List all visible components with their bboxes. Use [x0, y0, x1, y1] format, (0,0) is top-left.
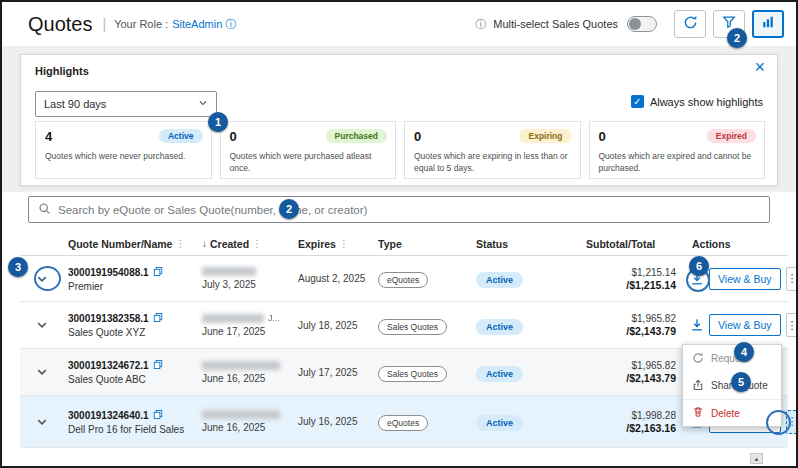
expires-date: July 17, 2025 [290, 367, 370, 378]
row-kebab-menu-button[interactable]: ⋮ [786, 313, 798, 337]
card-description: Quotes which are expiring in less than o… [414, 151, 571, 175]
callout-5-share: 5 [731, 372, 751, 392]
status-badge: Active [476, 319, 523, 335]
role-value: SiteAdmin [172, 18, 222, 30]
copy-icon[interactable] [153, 312, 163, 325]
expand-row-chevron[interactable] [20, 319, 64, 331]
callout-6-download: 6 [689, 256, 709, 276]
table-row: 3000191324672.1 Sales Quote ABC June 16,… [20, 349, 788, 396]
expires-date: July 16, 2025 [290, 416, 370, 427]
callout-3-expand: 3 [8, 257, 28, 277]
expand-row-chevron[interactable] [20, 366, 64, 378]
menu-item-delete[interactable]: Delete [683, 399, 781, 426]
card-active: 4 Active Quotes which were never purchas… [35, 121, 212, 179]
expand-row-chevron[interactable] [20, 273, 64, 285]
menu-item-label: Delete [711, 408, 740, 419]
created-date: July 3, 2025 [202, 279, 256, 290]
subtotal-value: $1,965.82 [568, 313, 676, 324]
status-badge: Expiring [519, 129, 571, 143]
created-date: June 16, 2025 [202, 373, 265, 384]
download-icon[interactable] [690, 318, 704, 332]
column-menu-icon[interactable]: ⋮ [252, 238, 262, 249]
view-buy-button[interactable]: View & Buy [709, 314, 781, 336]
copy-icon[interactable] [153, 359, 163, 372]
menu-item-requote[interactable]: Requote [683, 345, 781, 372]
chevron-down-icon [198, 98, 208, 110]
table-row: 3000191324640.1 Dell Pro 16 for Field Sa… [20, 396, 788, 448]
app-window: Quotes | Your Role : SiteAdmin ⓘ ⓘ Multi… [0, 0, 798, 468]
highlight-cards: 4 Active Quotes which were never purchas… [35, 121, 765, 179]
requote-icon [692, 352, 704, 366]
table-row: 3000191382358.1 Sales Quote XYZ J...June… [20, 302, 788, 349]
redacted-creator [202, 410, 280, 419]
always-show-option: ✓ Always show highlights [631, 95, 763, 108]
column-menu-icon[interactable]: ⋮ [175, 238, 185, 249]
role-label: Your Role : [114, 18, 168, 30]
toggle-knob [629, 18, 641, 30]
refresh-button[interactable] [674, 10, 706, 38]
callout-2-search: 2 [279, 199, 299, 219]
status-badge: Purchased [326, 129, 387, 143]
column-header-expires[interactable]: Expires [298, 238, 336, 250]
quote-number: 3000191324640.1 [68, 410, 149, 421]
status-badge: Active [476, 415, 523, 431]
quotes-table: Quote Number/Name⋮ ↓Created⋮ Expires⋮ Ty… [20, 232, 788, 466]
total-value: /$2,143.79 [568, 372, 676, 384]
copy-icon[interactable] [153, 409, 163, 422]
expand-row-chevron[interactable] [20, 416, 64, 428]
quote-name: Sales Quote XYZ [68, 327, 194, 338]
quote-name: Sales Quote ABC [68, 374, 194, 385]
callout-2-filter: 2 [727, 28, 747, 48]
quote-name: Dell Pro 16 for Field Sales [68, 424, 194, 435]
search-icon [38, 201, 51, 219]
column-menu-icon[interactable]: ⋮ [339, 238, 349, 249]
share-icon [692, 379, 704, 393]
sort-desc-icon[interactable]: ↓ [202, 238, 207, 249]
period-select[interactable]: Last 90 days [35, 91, 217, 117]
expires-date: August 2, 2025 [290, 273, 370, 284]
callout-1-highlights: 1 [208, 112, 228, 132]
multiselect-info-icon[interactable]: ⓘ [475, 17, 486, 32]
callout-4-requote: 4 [734, 342, 754, 362]
redacted-creator [202, 361, 280, 370]
highlights-chart-button[interactable] [752, 10, 784, 38]
bar-chart-icon [761, 15, 775, 33]
search-bar [28, 196, 770, 223]
always-show-checkbox[interactable]: ✓ [631, 95, 644, 108]
refresh-icon [683, 15, 698, 34]
type-badge: eQuotes [378, 272, 428, 288]
card-description: Quotes which were never purchased. [45, 151, 202, 163]
highlights-panel: Highlights × Last 90 days ✓ Always show … [20, 54, 778, 186]
title-separator: | [102, 16, 106, 32]
column-header-type: Type [378, 238, 402, 250]
type-badge: Sales Quotes [378, 366, 447, 382]
table-row: 3000191954088.1 Premier July 3, 2025 Aug… [20, 256, 788, 302]
subtotal-value: $1,215.14 [568, 267, 676, 278]
scrollbar-nub[interactable]: ▴ [750, 453, 763, 464]
top-bar: Quotes | Your Role : SiteAdmin ⓘ ⓘ Multi… [2, 2, 796, 46]
view-buy-button[interactable]: View & Buy [709, 268, 781, 290]
type-badge: Sales Quotes [378, 319, 447, 335]
total-value: /$1,215.14 [568, 279, 676, 291]
total-value: /$2,163.16 [568, 422, 676, 434]
column-header-quote[interactable]: Quote Number/Name [68, 238, 172, 250]
multiselect-toggle[interactable] [627, 16, 657, 32]
column-header-created[interactable]: Created [210, 238, 249, 250]
highlights-title: Highlights [35, 65, 89, 77]
quote-number: 3000191324672.1 [68, 360, 149, 371]
status-badge: Active [476, 366, 523, 382]
column-header-actions: Actions [692, 238, 731, 250]
page-title: Quotes [28, 13, 92, 36]
card-expired: 0 Expired Quotes which are expired and c… [589, 121, 766, 179]
row-kebab-menu-button[interactable]: ⋮ [786, 267, 798, 291]
column-header-status: Status [476, 238, 508, 250]
copy-icon[interactable] [153, 266, 163, 279]
card-description: Quotes which were purchased atleast once… [230, 151, 387, 175]
card-description: Quotes which are expired and cannot be p… [599, 151, 756, 175]
subtotal-value: $1,998.28 [568, 410, 676, 421]
search-input[interactable] [58, 204, 760, 216]
role-info-icon[interactable]: ⓘ [225, 17, 236, 32]
row-kebab-menu-button[interactable]: ⋮ [786, 410, 798, 434]
close-icon[interactable]: × [754, 58, 765, 76]
multiselect-label: Multi-select Sales Quotes [493, 18, 618, 30]
